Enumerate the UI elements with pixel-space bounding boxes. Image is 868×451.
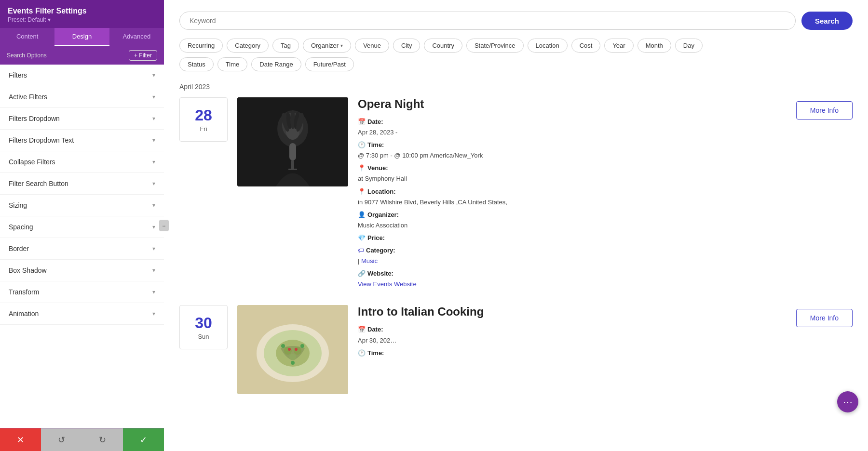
time-label: Time: [367, 140, 384, 150]
svg-rect-4 [291, 160, 294, 169]
event-row: 28 Fri [179, 97, 853, 290]
sidebar-item-border[interactable]: Border ▾ [0, 238, 164, 260]
sidebar-item-filter-search-button[interactable]: Filter Search Button ▾ [0, 173, 164, 195]
filter-tag-venue[interactable]: Venue [355, 39, 389, 53]
filter-tag-status[interactable]: Status [179, 57, 214, 71]
event-row: 30 Sun [179, 305, 853, 394]
undo-button[interactable]: ↺ [41, 428, 82, 451]
date-value: Apr 28, 2023 - [358, 129, 397, 136]
filter-tag-country[interactable]: Country [424, 39, 462, 53]
category-icon: 🏷 [358, 245, 364, 256]
website-label: Website: [367, 268, 393, 279]
redo-button[interactable]: ↻ [82, 428, 123, 451]
filter-tag-day[interactable]: Day [675, 39, 703, 53]
sidebar-item-filters-dropdown-text-label: Filters Dropdown Text [9, 136, 74, 144]
sidebar-item-filters-dropdown-text[interactable]: Filters Dropdown Text ▾ [0, 130, 164, 151]
sidebar-item-transform[interactable]: Transform ▾ [0, 281, 164, 303]
sidebar-item-active-filters[interactable]: Active Filters ▾ [0, 86, 164, 108]
price-icon: 💎 [358, 233, 366, 243]
sidebar-item-sizing-label: Sizing [9, 201, 27, 209]
location-value: in 9077 Wilshire Blvd, Beverly Hills ,CA… [358, 199, 507, 206]
event-info-cooking: Intro to Italian Cooking 📅 Date: Apr 30,… [358, 305, 787, 358]
resize-handle[interactable]: ↔ [159, 220, 169, 231]
event-info-opera: Opera Night 📅 Date: Apr 28, 2023 - 🕐 Tim… [358, 97, 787, 290]
event-image-opera [237, 97, 348, 186]
sidebar-item-filters-dropdown[interactable]: Filters Dropdown ▾ [0, 108, 164, 130]
sidebar-preset[interactable]: Preset: Default ▾ [8, 16, 156, 23]
sidebar-item-box-shadow[interactable]: Box Shadow ▾ [0, 260, 164, 281]
filter-tag-future-past[interactable]: Future/Past [305, 57, 354, 71]
calendar-icon: 📅 [358, 324, 366, 335]
filter-tag-state[interactable]: State/Province [466, 39, 524, 53]
calendar-icon: 📅 [358, 117, 366, 127]
keyword-input[interactable] [179, 12, 796, 30]
venue-value: at Symphony Hall [358, 175, 407, 182]
sidebar-item-filters[interactable]: Filters ▾ [0, 65, 164, 86]
chevron-down-icon: ▾ [152, 267, 155, 274]
venue-label: Venue: [367, 163, 388, 173]
svg-rect-5 [288, 169, 297, 170]
tab-design[interactable]: Design [54, 28, 109, 46]
chevron-down-icon: ▾ [152, 245, 155, 252]
svg-point-23 [295, 348, 298, 351]
event-date-day: Fri [185, 125, 222, 133]
filter-tag-location[interactable]: Location [528, 39, 568, 53]
organizer-value: Music Association [358, 222, 407, 229]
sidebar-footer: ✕ ↺ ↻ ✓ [0, 428, 164, 451]
chevron-down-icon: ▾ [152, 93, 155, 100]
sidebar-item-transform-label: Transform [9, 288, 39, 296]
sidebar-item-filters-dropdown-label: Filters Dropdown [9, 115, 60, 122]
filter-tag-time[interactable]: Time [217, 57, 247, 71]
sidebar-header: Events Filter Settings Preset: Default ▾ [0, 0, 164, 28]
sidebar: Events Filter Settings Preset: Default ▾… [0, 0, 164, 451]
event-image-cooking [237, 305, 348, 394]
sidebar-title: Events Filter Settings [8, 7, 156, 15]
event-date-day: Sun [185, 333, 222, 340]
filter-tag-city[interactable]: City [393, 39, 420, 53]
event-date-box: 30 Sun [179, 305, 228, 349]
search-button[interactable]: Search [801, 12, 853, 30]
sidebar-item-sizing[interactable]: Sizing ▾ [0, 195, 164, 216]
filter-tag-tag[interactable]: Tag [272, 39, 299, 53]
chevron-down-icon: ▾ [152, 72, 155, 79]
filter-tag-date-range[interactable]: Date Range [251, 57, 301, 71]
chevron-down-icon: ▾ [152, 202, 155, 209]
add-filter-button[interactable]: + Filter [129, 50, 157, 61]
tab-content[interactable]: Content [0, 28, 54, 46]
chevron-down-icon: ▾ [152, 137, 155, 144]
website-link[interactable]: View Events Website [358, 280, 417, 288]
filter-tag-year[interactable]: Year [604, 39, 633, 53]
sidebar-item-spacing-label: Spacing [9, 223, 33, 231]
sidebar-tabs: Content Design Advanced [0, 28, 164, 46]
sidebar-item-animation[interactable]: Animation ▾ [0, 303, 164, 325]
date-value: Apr 30, 202… [358, 337, 396, 344]
tab-advanced[interactable]: Advanced [109, 28, 164, 46]
chevron-down-icon: ▾ [152, 159, 155, 165]
sidebar-item-spacing[interactable]: Spacing ▾ [0, 216, 164, 238]
events-section: April 2023 28 Fri [179, 83, 853, 394]
more-info-button-cooking[interactable]: More Info [796, 309, 853, 327]
category-value: | [358, 257, 361, 265]
svg-point-16 [284, 347, 292, 355]
sidebar-item-collapse-filters[interactable]: Collapse Filters ▾ [0, 151, 164, 173]
sidebar-item-box-shadow-label: Box Shadow [9, 266, 47, 274]
more-info-button-opera[interactable]: More Info [796, 101, 853, 119]
event-date-number: 28 [185, 106, 222, 124]
event-title: Opera Night [358, 97, 787, 111]
confirm-button[interactable]: ✓ [123, 428, 164, 451]
chevron-down-icon: ▾ [152, 310, 155, 317]
filter-tag-category[interactable]: Category [227, 39, 269, 53]
organizer-icon: 👤 [358, 210, 366, 220]
svg-point-19 [281, 344, 285, 348]
filter-tag-recurring[interactable]: Recurring [179, 39, 223, 53]
clock-icon: 🕐 [358, 140, 366, 150]
filter-tag-month[interactable]: Month [637, 39, 671, 53]
floating-action-button[interactable]: ⋯ [837, 391, 858, 412]
chevron-down-icon: ▾ [340, 43, 343, 48]
search-options-label: Search Options [7, 52, 47, 59]
category-link[interactable]: Music [361, 257, 378, 265]
filter-tag-cost[interactable]: Cost [571, 39, 601, 53]
cancel-button[interactable]: ✕ [0, 428, 41, 451]
filter-tag-organizer[interactable]: Organizer▾ [303, 39, 351, 53]
sidebar-search-options-row: Search Options + Filter [0, 46, 164, 65]
